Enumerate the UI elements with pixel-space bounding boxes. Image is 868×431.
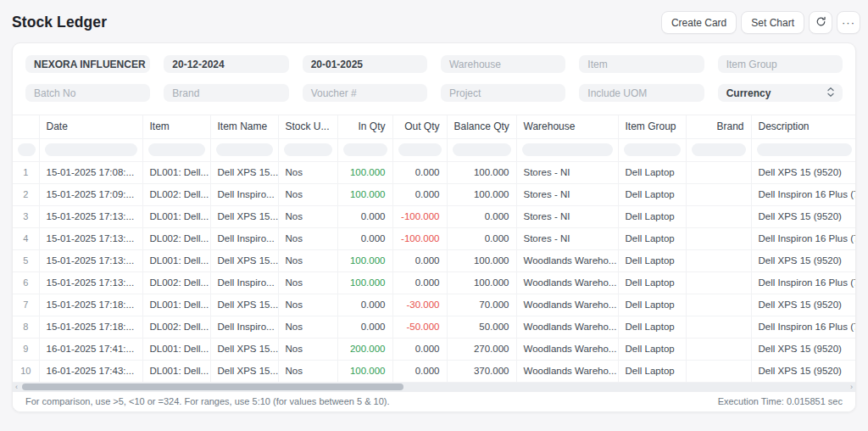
row-number-cell[interactable]: 2 — [13, 183, 39, 205]
cell-date[interactable]: 15-01-2025 17:18:... — [39, 316, 142, 338]
scrollbar-thumb[interactable] — [22, 383, 403, 390]
cell-item_name[interactable]: Dell XPS 15... — [210, 360, 278, 382]
cell-item[interactable]: DL002: Dell... — [142, 271, 210, 294]
cell-date[interactable]: 15-01-2025 17:13:... — [39, 227, 142, 249]
cell-out_qty[interactable]: 0.000 — [392, 271, 447, 294]
cell-brand[interactable] — [686, 338, 751, 360]
cell-item[interactable]: DL002: Dell... — [142, 316, 210, 338]
row-number-cell[interactable]: 5 — [13, 249, 39, 271]
column-filter-input-out_qty[interactable] — [398, 143, 442, 156]
cell-item_name[interactable]: Dell XPS 15... — [210, 205, 278, 227]
cell-warehouse[interactable]: Woodlands Wareho... — [516, 294, 618, 316]
cell-out_qty[interactable]: 0.000 — [392, 338, 447, 360]
cell-uom[interactable]: Nos — [278, 161, 337, 183]
filter-from-date[interactable]: 20-12-2024 — [164, 55, 288, 73]
cell-out_qty[interactable]: 0.000 — [392, 161, 447, 183]
cell-brand[interactable] — [686, 294, 751, 316]
create-card-button[interactable]: Create Card — [661, 11, 737, 34]
scroll-right-icon[interactable]: › — [850, 383, 853, 392]
cell-out_qty[interactable]: -30.000 — [392, 294, 447, 316]
cell-warehouse[interactable]: Woodlands Wareho... — [516, 338, 618, 360]
row-number-cell[interactable]: 10 — [13, 360, 39, 382]
column-header-description[interactable]: Description — [751, 115, 856, 138]
cell-in_qty[interactable]: 100.000 — [337, 183, 392, 205]
cell-out_qty[interactable]: -50.000 — [392, 316, 447, 338]
column-header-in_qty[interactable]: In Qty — [337, 115, 392, 138]
row-number-cell[interactable]: 4 — [13, 227, 39, 249]
cell-balance[interactable]: 0.000 — [447, 227, 516, 249]
cell-item[interactable]: DL001: Dell... — [142, 205, 210, 227]
cell-balance[interactable]: 100.000 — [447, 271, 516, 294]
cell-item_name[interactable]: Dell Inspiro... — [210, 183, 278, 205]
cell-brand[interactable] — [686, 316, 751, 338]
cell-in_qty[interactable]: 100.000 — [337, 360, 392, 382]
cell-uom[interactable]: Nos — [278, 360, 337, 382]
column-filter-input-n[interactable] — [18, 143, 36, 156]
filter-to-date[interactable]: 20-01-2025 — [303, 55, 427, 73]
cell-brand[interactable] — [686, 161, 751, 183]
cell-date[interactable]: 15-01-2025 17:09:... — [39, 183, 142, 205]
cell-item_name[interactable]: Dell XPS 15... — [210, 249, 278, 271]
cell-brand[interactable] — [686, 360, 751, 382]
cell-warehouse[interactable]: Stores - NI — [516, 227, 618, 249]
cell-warehouse[interactable]: Stores - NI — [516, 161, 618, 183]
cell-item_group[interactable]: Dell Laptop — [618, 338, 686, 360]
cell-brand[interactable] — [686, 271, 751, 294]
row-number-cell[interactable]: 3 — [13, 205, 39, 227]
filter-project[interactable]: Project — [441, 84, 565, 102]
cell-out_qty[interactable]: 0.000 — [392, 183, 447, 205]
filter-warehouse[interactable]: Warehouse — [441, 55, 565, 73]
cell-item_name[interactable]: Dell Inspiro... — [210, 227, 278, 249]
cell-in_qty[interactable]: 200.000 — [337, 338, 392, 360]
cell-in_qty[interactable]: 0.000 — [337, 294, 392, 316]
cell-item_group[interactable]: Dell Laptop — [618, 271, 686, 294]
column-filter-input-balance[interactable] — [453, 143, 511, 156]
cell-out_qty[interactable]: 0.000 — [392, 249, 447, 271]
row-number-cell[interactable]: 1 — [13, 161, 39, 183]
cell-description[interactable]: Dell Inspiron 16 Plus (76 — [751, 183, 856, 205]
cell-in_qty[interactable]: 100.000 — [337, 161, 392, 183]
column-filter-input-description[interactable] — [757, 143, 853, 156]
cell-warehouse[interactable]: Stores - NI — [516, 205, 618, 227]
column-header-uom[interactable]: Stock U... — [278, 115, 337, 138]
column-header-item[interactable]: Item — [142, 115, 210, 138]
cell-uom[interactable]: Nos — [278, 316, 337, 338]
cell-balance[interactable]: 100.000 — [447, 249, 516, 271]
cell-uom[interactable]: Nos — [278, 294, 337, 316]
menu-button[interactable]: ··· — [837, 11, 860, 34]
cell-out_qty[interactable]: 0.000 — [392, 360, 447, 382]
row-number-cell[interactable]: 9 — [13, 338, 39, 360]
cell-item[interactable]: DL001: Dell... — [142, 294, 210, 316]
column-filter-input-in_qty[interactable] — [343, 143, 387, 156]
cell-item_group[interactable]: Dell Laptop — [618, 183, 686, 205]
cell-description[interactable]: Dell XPS 15 (9520) — [751, 338, 856, 360]
filter-voucher-no[interactable]: Voucher # — [303, 84, 427, 102]
cell-item_group[interactable]: Dell Laptop — [618, 249, 686, 271]
row-number-cell[interactable]: 7 — [13, 294, 39, 316]
cell-warehouse[interactable]: Woodlands Wareho... — [516, 360, 618, 382]
cell-in_qty[interactable]: 100.000 — [337, 271, 392, 294]
cell-date[interactable]: 15-01-2025 17:08:... — [39, 161, 142, 183]
cell-item_group[interactable]: Dell Laptop — [618, 161, 686, 183]
cell-out_qty[interactable]: -100.000 — [392, 227, 447, 249]
cell-description[interactable]: Dell XPS 15 (9520) — [751, 161, 856, 183]
cell-date[interactable]: 15-01-2025 17:13:... — [39, 205, 142, 227]
cell-description[interactable]: Dell XPS 15 (9520) — [751, 205, 856, 227]
cell-item[interactable]: DL001: Dell... — [142, 249, 210, 271]
cell-item_name[interactable]: Dell XPS 15... — [210, 338, 278, 360]
cell-balance[interactable]: 370.000 — [447, 360, 516, 382]
filter-brand[interactable]: Brand — [164, 84, 288, 102]
cell-balance[interactable]: 270.000 — [447, 338, 516, 360]
cell-date[interactable]: 16-01-2025 17:41:... — [39, 338, 142, 360]
cell-item_group[interactable]: Dell Laptop — [618, 205, 686, 227]
row-number-cell[interactable]: 6 — [13, 271, 39, 294]
cell-date[interactable]: 15-01-2025 17:13:... — [39, 271, 142, 294]
cell-brand[interactable] — [686, 227, 751, 249]
cell-description[interactable]: Dell XPS 15 (9520) — [751, 294, 856, 316]
cell-brand[interactable] — [686, 249, 751, 271]
set-chart-button[interactable]: Set Chart — [741, 11, 804, 34]
cell-balance[interactable]: 0.000 — [447, 205, 516, 227]
cell-item[interactable]: DL002: Dell... — [142, 183, 210, 205]
column-header-date[interactable]: Date — [39, 115, 142, 138]
cell-balance[interactable]: 70.000 — [447, 294, 516, 316]
